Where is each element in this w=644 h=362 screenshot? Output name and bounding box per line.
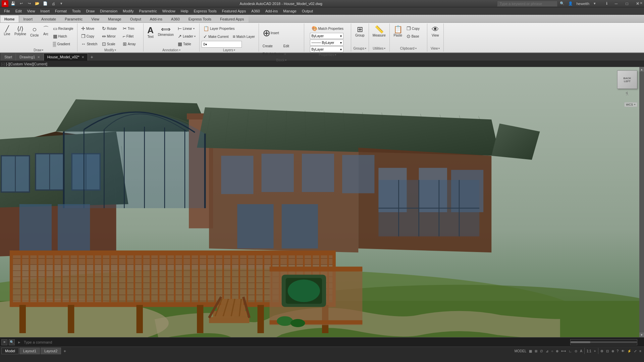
menu-format[interactable]: Format	[52, 7, 69, 15]
viewcube-compass[interactable]: N	[617, 90, 637, 97]
tab-house-model[interactable]: House_Model_v02* ✕	[44, 53, 88, 61]
menu-help[interactable]: Help	[178, 7, 191, 15]
customqat-btn[interactable]: ▾	[58, 1, 65, 7]
model-space-btn[interactable]: MODEL	[513, 347, 528, 355]
dyn-toggle-btn[interactable]: ∟	[567, 347, 573, 355]
layout-tab-layout2[interactable]: Layout2	[41, 348, 61, 354]
move-button[interactable]: ✛ Move	[79, 25, 100, 32]
color-dropdown[interactable]: ByLayer ▾	[310, 33, 343, 39]
modify-group-label[interactable]: Modify ▾	[104, 48, 116, 53]
layers-group-label[interactable]: Layers ▾	[223, 48, 235, 53]
open-quick-btn[interactable]: 📂	[34, 1, 41, 7]
clipboard-copy-button[interactable]: ❐ Copy	[405, 25, 425, 32]
cmd-search-btn[interactable]: 🔍	[9, 339, 15, 345]
layer-selector[interactable]: 0 ▾	[202, 41, 242, 48]
tab-manage[interactable]: Manage	[104, 15, 126, 22]
scale-btn[interactable]: 1:1	[585, 347, 593, 355]
isolate-objects-btn[interactable]: 👁	[620, 347, 626, 355]
array-button[interactable]: ⊞ Array	[121, 40, 141, 48]
tab-drawing1[interactable]: Drawing1 ✕	[16, 53, 43, 61]
measure-button[interactable]: 📏 Measure	[371, 25, 387, 39]
menu-dimension[interactable]: Dimension	[97, 7, 120, 15]
view-group-label[interactable]: View ▾	[431, 47, 440, 51]
scroll-thumb[interactable]	[640, 72, 643, 332]
menu-edit[interactable]: Edit	[13, 7, 24, 15]
base-button[interactable]: ⊙ Base	[405, 33, 425, 40]
scroll-up-btn[interactable]: ▲	[639, 67, 644, 72]
menu-modify[interactable]: Modify	[120, 7, 136, 15]
rotate-button[interactable]: ↻ Rotate	[100, 25, 120, 32]
menu-draw[interactable]: Draw	[83, 7, 97, 15]
tab-view[interactable]: View	[87, 15, 104, 22]
workspace-btn[interactable]: ⚙	[599, 347, 605, 355]
tab-annotate[interactable]: Annotate	[37, 15, 60, 22]
insert-button[interactable]: ⊕ Insert	[261, 25, 281, 42]
redo-quick-btn[interactable]: ↪	[26, 1, 33, 7]
tab-featured-apps[interactable]: Featured Apps	[216, 15, 249, 22]
menu-a360[interactable]: A360	[249, 7, 263, 15]
create-button[interactable]: Create	[261, 42, 281, 50]
layout-tab-layout1[interactable]: Layout1	[19, 348, 40, 354]
scale-button[interactable]: ⊡ Scale	[100, 40, 120, 48]
edit-block-button[interactable]: Edit	[282, 42, 302, 50]
menu-window[interactable]: Window	[160, 7, 178, 15]
tab-insert[interactable]: Insert	[19, 15, 37, 22]
linear-button[interactable]: ⊢ Linear ▾	[176, 25, 197, 32]
info-btn[interactable]: ℹ	[603, 1, 610, 7]
tab-a360[interactable]: A360	[167, 15, 184, 22]
match-properties-button[interactable]: 🎨 Match Properties	[310, 25, 345, 32]
customize-status-btn[interactable]: ≡	[638, 347, 643, 355]
table-button[interactable]: ▦ Table	[176, 40, 197, 48]
tab-start[interactable]: Start	[1, 53, 16, 61]
minimize-btn[interactable]: ─	[611, 0, 621, 7]
properties-group-label[interactable]: Properties ▾	[319, 53, 336, 57]
rectangle-button[interactable]: ▭ Rectangle	[51, 25, 75, 32]
menu-manage[interactable]: Manage	[280, 7, 299, 15]
trim-button[interactable]: ✂ Trim	[121, 25, 141, 32]
new-tab-button[interactable]: +	[89, 54, 95, 60]
polar-toggle-btn[interactable]: ⊿	[544, 347, 550, 355]
paste-button[interactable]: 📋 Paste	[392, 25, 404, 39]
osnap-toggle-btn[interactable]: ○	[550, 347, 554, 355]
print-quick-btn[interactable]: 🖨	[50, 1, 57, 7]
fillet-button[interactable]: ⌐ Fillet	[121, 33, 141, 40]
menu-addins[interactable]: Add-ins	[263, 7, 280, 15]
viewport-close-btn[interactable]: ✕	[640, 1, 643, 5]
dimension-button[interactable]: ⟺ Dimension	[156, 25, 175, 38]
viewport-maximize-btn[interactable]: □	[637, 1, 639, 5]
annotation-scale-btn[interactable]: +	[593, 347, 597, 355]
viewcube-box[interactable]: BACK LEFT	[617, 70, 637, 89]
tab-parametric[interactable]: Parametric	[60, 15, 87, 22]
match-layer-button[interactable]: ≡ Match Layer	[231, 33, 257, 40]
text-button[interactable]: A Text	[146, 25, 156, 40]
undo-quick-btn[interactable]: ↩	[18, 1, 24, 7]
transparency-toggle-btn[interactable]: A	[579, 347, 584, 355]
tab-house-model-close[interactable]: ✕	[82, 55, 84, 59]
view-button[interactable]: 👁 View	[429, 25, 441, 39]
group-button[interactable]: ⊞ Group	[353, 25, 367, 39]
lineweight-dropdown[interactable]: ByLayer ▾	[310, 46, 343, 52]
title-search-input[interactable]	[497, 1, 557, 7]
wcs-label[interactable]: WCS +	[624, 102, 637, 107]
otrack-toggle-btn[interactable]: ⊕	[554, 347, 560, 355]
hatch-button[interactable]: ▦ Hatch	[51, 33, 75, 40]
menu-file[interactable]: File	[1, 7, 13, 15]
annotation-group-label[interactable]: Annotation ▾	[162, 48, 180, 53]
utilities-group-label[interactable]: Utilities ▾	[373, 47, 385, 51]
cmd-scroll-bar[interactable]	[570, 339, 637, 345]
lineweight-toggle-btn[interactable]: ⊙	[573, 347, 579, 355]
tab-express-tools[interactable]: Express Tools	[184, 15, 216, 22]
stretch-button[interactable]: ↔ Stretch	[79, 40, 100, 48]
line-button[interactable]: ╱ Line	[2, 25, 12, 37]
tab-drawing1-close[interactable]: ✕	[37, 55, 40, 59]
tab-output[interactable]: Output	[126, 15, 146, 22]
hardware-accel-btn[interactable]: ⚡	[626, 347, 633, 355]
command-input[interactable]	[24, 340, 643, 344]
new-layout-btn[interactable]: +	[62, 348, 68, 354]
cmd-close-btn[interactable]: ✕	[1, 339, 7, 345]
menu-view[interactable]: View	[24, 7, 38, 15]
tab-addins[interactable]: Add-ins	[146, 15, 167, 22]
menu-insert[interactable]: Insert	[38, 7, 52, 15]
menu-parametric[interactable]: Parametric	[136, 7, 159, 15]
mirror-button[interactable]: ⇔ Mirror	[100, 33, 120, 40]
